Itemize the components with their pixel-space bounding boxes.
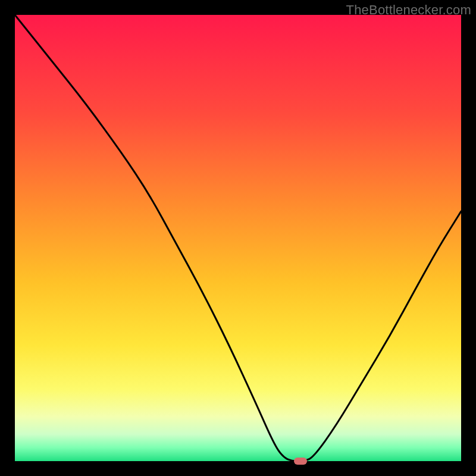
outer-frame: TheBottlenecker.com xyxy=(0,0,476,476)
plot-area xyxy=(15,15,461,461)
watermark-text: TheBottlenecker.com xyxy=(346,2,471,18)
bottleneck-curve xyxy=(15,15,461,461)
optimal-marker xyxy=(294,458,307,465)
